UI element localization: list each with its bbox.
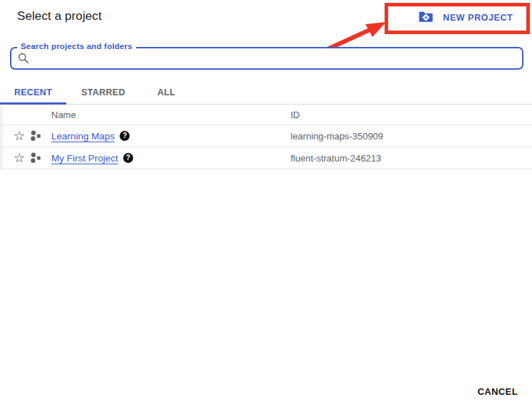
search-input[interactable] xyxy=(34,50,516,67)
search-field[interactable]: Search projects and folders xyxy=(10,47,523,70)
star-icon[interactable]: ☆ xyxy=(12,151,26,165)
cancel-button[interactable]: CANCEL xyxy=(477,386,518,397)
column-header-name: Name xyxy=(51,110,76,120)
project-link[interactable]: My First Project xyxy=(51,153,118,164)
dialog-title: Select a project xyxy=(17,9,102,23)
new-project-folder-gear-icon xyxy=(419,11,433,25)
new-project-button[interactable]: NEW PROJECT xyxy=(419,9,513,27)
tab-recent[interactable]: RECENT xyxy=(0,81,66,104)
project-id: fluent-stratum-246213 xyxy=(291,153,381,164)
table-row[interactable]: ☆ My First Project ? fluent-stratum-2462… xyxy=(0,147,532,169)
tab-recent-label: RECENT xyxy=(14,87,52,97)
project-link[interactable]: Learning Maps xyxy=(51,131,115,142)
projects-table: Name ID ☆ Learning Maps ? learning-maps-… xyxy=(0,105,532,169)
project-picker-dialog: Select a project NEW PROJECT Search proj… xyxy=(0,0,532,414)
help-icon[interactable]: ? xyxy=(123,153,133,163)
tab-starred-label: STARRED xyxy=(81,87,125,97)
table-row[interactable]: ☆ Learning Maps ? learning-maps-350909 xyxy=(0,125,532,147)
project-dots-icon xyxy=(29,129,42,142)
help-icon[interactable]: ? xyxy=(120,131,130,141)
project-id: learning-maps-350909 xyxy=(291,131,383,142)
star-icon[interactable]: ☆ xyxy=(12,129,26,143)
tab-starred[interactable]: STARRED xyxy=(66,81,140,104)
tab-all-label: ALL xyxy=(157,87,175,97)
search-icon xyxy=(17,52,30,65)
project-dots-icon xyxy=(29,152,42,164)
new-project-label: NEW PROJECT xyxy=(443,13,513,23)
table-header-row: Name ID xyxy=(0,105,532,125)
column-header-id: ID xyxy=(291,110,300,120)
tab-bar: RECENT STARRED ALL xyxy=(0,81,532,105)
tab-all[interactable]: ALL xyxy=(140,81,192,104)
